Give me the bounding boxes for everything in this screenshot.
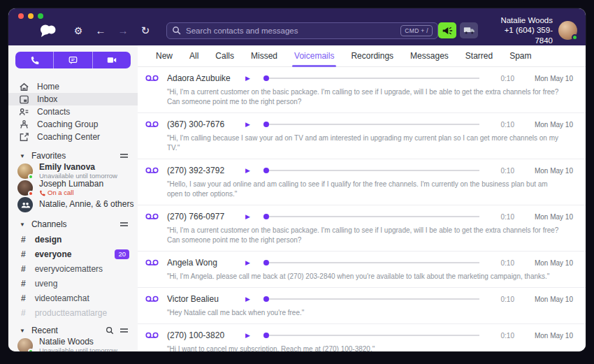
tab-spam[interactable]: Spam (501, 45, 539, 66)
delivery-truck-button[interactable] (460, 22, 478, 38)
tab-voicemails[interactable]: Voicemails (286, 45, 342, 66)
play-button[interactable]: ▶ (245, 167, 263, 174)
playback-slider[interactable] (263, 296, 479, 302)
voicemail-row[interactable]: (367) 300-7676 ▶ 0:10 Mon May 10 "Hi, I'… (138, 113, 586, 159)
hash-icon: # (21, 308, 26, 318)
settings-gear-icon[interactable]: ⚙ (67, 25, 89, 36)
contact-name: Natalie, Annie, & 6 others (39, 200, 131, 210)
channels-title: Channels (31, 219, 67, 229)
playback-slider[interactable] (263, 214, 479, 219)
chevron-down-icon: ▼ (20, 328, 25, 334)
forward-arrow-icon[interactable]: → (112, 24, 134, 36)
sidebar-item-contacts[interactable]: Contacts (8, 105, 138, 118)
channel-name: design (35, 235, 62, 245)
slider-handle[interactable] (263, 122, 269, 127)
favorites-section-header[interactable]: ▼ Favorites (8, 151, 138, 161)
playback-slider[interactable] (263, 75, 479, 81)
channel-item-productteamatlarge[interactable]: # productteamatlarge (8, 305, 138, 320)
current-user-avatar[interactable] (558, 21, 577, 40)
new-message-button[interactable] (54, 52, 92, 68)
recent-section-header[interactable]: ▼ Recent (8, 326, 138, 335)
caller-name: Adaora Azubuike (167, 73, 245, 83)
sidebar: Home Inbox Contacts Coaching Group Coach… (8, 45, 138, 351)
current-user-info[interactable]: Natalie Woods +1 (604) 359-7840 (488, 15, 553, 45)
sidebar-item-coaching-center[interactable]: Coaching Center (8, 131, 138, 143)
voicemail-row[interactable]: (270) 100-3820 ▶ 0:10 Mon May 10 "Hi I w… (138, 324, 586, 351)
slider-handle[interactable] (263, 168, 269, 173)
voicemail-row[interactable]: Angela Wong ▶ 0:10 Mon May 10 "Hi, I'm A… (138, 252, 586, 288)
play-button[interactable]: ▶ (245, 213, 263, 220)
voicemail-duration: 0:10 (488, 259, 514, 267)
voicemail-date: Mon May 10 (520, 75, 573, 82)
tab-missed[interactable]: Missed (242, 45, 286, 66)
sidebar-item-coaching-group[interactable]: Coaching Group (8, 118, 138, 131)
global-search-input[interactable]: Search contacts and messages CMD + / (166, 22, 438, 39)
contact-list-item[interactable]: Emily Ivanova Unavailable until tomorrow (8, 163, 138, 180)
tab-messages[interactable]: Messages (402, 45, 457, 66)
hash-icon: # (21, 293, 26, 303)
hash-icon: # (21, 249, 26, 259)
sidebar-item-home[interactable]: Home (8, 80, 138, 93)
play-button[interactable]: ▶ (245, 259, 263, 266)
contact-list-item[interactable]: Natalie, Annie, & 6 others (8, 196, 138, 213)
voicemail-duration: 0:10 (488, 75, 514, 82)
play-button[interactable]: ▶ (245, 332, 263, 339)
sidebar-item-inbox[interactable]: Inbox (8, 93, 138, 105)
channel-item-videoteamchat[interactable]: # videoteamchat (8, 291, 138, 305)
tab-new[interactable]: New (147, 45, 181, 66)
new-video-call-button[interactable] (93, 52, 131, 68)
refresh-icon[interactable]: ↻ (134, 24, 157, 37)
voicemail-row[interactable]: Adaora Azubuike ▶ 0:10 Mon May 10 "Hi, I… (138, 67, 586, 113)
contact-avatar (17, 338, 33, 351)
channel-item-uveng[interactable]: # uveng (8, 276, 138, 291)
back-arrow-icon[interactable]: ← (89, 24, 112, 36)
close-window-button[interactable] (18, 13, 24, 19)
voicemail-transcript: "Hi, I'm Angela. please call me back at … (167, 272, 559, 282)
playback-slider[interactable] (263, 122, 479, 127)
recent-search-icon[interactable] (106, 326, 114, 335)
voicemail-transcript: "Hi, I'm a current customer on the basic… (167, 87, 559, 107)
tab-starred[interactable]: Starred (457, 45, 501, 66)
channel-item-everyvoicematters[interactable]: # everyvoicematters (8, 261, 138, 276)
nav-item-label: Contacts (37, 107, 70, 117)
announcement-megaphone-button[interactable] (438, 22, 456, 38)
channels-section-header[interactable]: ▼ Channels (8, 219, 138, 229)
channels-menu-icon[interactable] (120, 221, 128, 227)
play-button[interactable]: ▶ (245, 121, 263, 128)
voicemail-icon (145, 330, 160, 341)
voicemail-date: Mon May 10 (520, 296, 573, 303)
play-button[interactable]: ▶ (245, 296, 263, 303)
tab-label: Voicemails (294, 51, 334, 61)
tab-recordings[interactable]: Recordings (342, 45, 402, 66)
playback-slider[interactable] (263, 168, 479, 173)
slider-handle[interactable] (263, 296, 269, 302)
slider-handle[interactable] (263, 75, 269, 81)
contact-list-item[interactable]: Joseph Lumaban On a call (8, 180, 138, 196)
playback-slider[interactable] (263, 333, 479, 338)
slider-handle[interactable] (263, 260, 269, 265)
tab-label: Spam (509, 51, 531, 61)
contact-list-item[interactable]: Natalie Woods Unavailable until tomorrow (8, 337, 138, 351)
voicemail-row[interactable]: (270) 392-3792 ▶ 0:10 Mon May 10 "Hello,… (138, 159, 586, 205)
voicemail-icon (145, 119, 160, 130)
voicemail-icon (145, 73, 160, 84)
channel-item-everyone[interactable]: # everyone 20 (8, 247, 138, 261)
voicemail-row[interactable]: (270) 766-0977 ▶ 0:10 Mon May 10 "Hi, I'… (138, 205, 586, 252)
recent-menu-icon[interactable] (120, 328, 128, 333)
tab-all[interactable]: All (181, 45, 207, 66)
slider-handle[interactable] (263, 333, 269, 338)
play-button[interactable]: ▶ (245, 75, 263, 82)
tab-calls[interactable]: Calls (207, 45, 242, 66)
channel-item-design[interactable]: # design (8, 232, 138, 247)
voicemail-date: Mon May 10 (520, 167, 573, 175)
new-call-button[interactable] (15, 52, 54, 68)
voicemail-row[interactable]: Victor Bealieu ▶ 0:10 Mon May 10 "Hey Na… (138, 288, 586, 324)
slider-handle[interactable] (263, 214, 269, 219)
zoom-window-button[interactable] (38, 13, 43, 19)
minimize-window-button[interactable] (28, 13, 34, 19)
slider-track (269, 298, 479, 300)
favorites-menu-icon[interactable] (120, 153, 128, 159)
slider-track (269, 124, 479, 125)
tab-label: Messages (410, 51, 449, 61)
playback-slider[interactable] (263, 260, 479, 265)
